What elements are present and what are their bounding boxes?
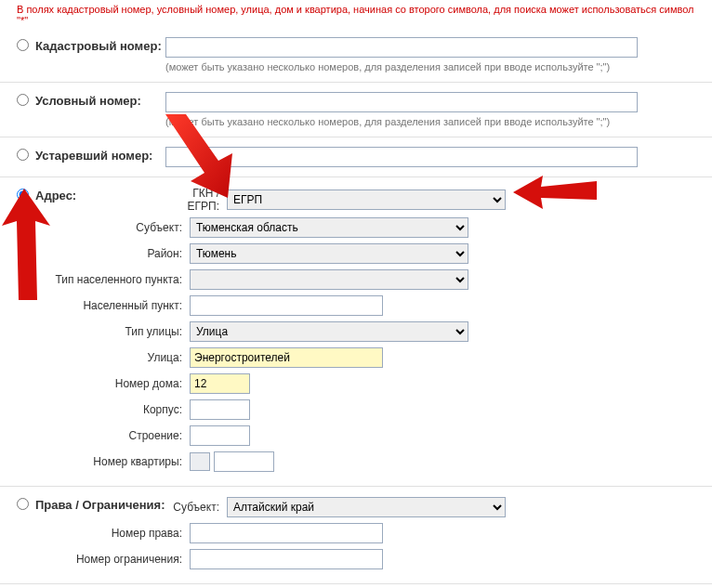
label-limit-num: Номер ограничения: <box>35 553 190 566</box>
select-rights-subject[interactable]: Алтайский край <box>227 497 506 517</box>
select-district[interactable]: Тюмень <box>190 243 468 264</box>
radio-obsolete[interactable] <box>17 149 29 161</box>
input-cadastral[interactable] <box>165 37 638 58</box>
section-address: Адрес: ГКН / ЕГРП: ЕГРП Субъект: Тюменск… <box>0 176 712 486</box>
label-building: Строение: <box>35 429 190 442</box>
apartment-prefix-box <box>190 452 210 471</box>
wildcard-note: В полях кадастровый номер, условный номе… <box>0 0 712 28</box>
radio-rights[interactable] <box>17 498 29 510</box>
label-gkn: ГКН / ЕГРП: <box>165 187 227 213</box>
input-obsolete[interactable] <box>165 147 638 167</box>
section-cadastral: Кадастровый номер: (может быть указано н… <box>0 28 712 82</box>
input-house[interactable] <box>190 373 250 394</box>
input-conditional[interactable] <box>165 92 638 112</box>
label-cadastral: Кадастровый номер: <box>35 37 165 53</box>
label-conditional: Условный номер: <box>35 92 165 108</box>
select-gkn[interactable]: ЕГРП <box>227 189 506 210</box>
label-subject: Субъект: <box>35 221 190 234</box>
section-rights: Права / Ограничения: Субъект: Алтайский … <box>0 486 712 583</box>
label-address: Адрес: <box>35 187 165 203</box>
label-settle-type: Тип населенного пункта: <box>35 273 190 286</box>
label-right-num: Номер права: <box>35 527 190 540</box>
radio-cadastral[interactable] <box>17 39 29 51</box>
footer: Сформировать запрос » <box>0 583 712 588</box>
input-settle[interactable] <box>190 295 383 316</box>
label-rights-subject: Субъект: <box>165 501 227 514</box>
label-obsolete: Устаревший номер: <box>35 147 165 163</box>
section-conditional: Условный номер: (может быть указано неск… <box>0 82 712 137</box>
label-street: Улица: <box>35 351 190 364</box>
input-apartment[interactable] <box>214 451 274 472</box>
select-settle-type[interactable] <box>190 269 468 290</box>
label-apartment: Номер квартиры: <box>35 455 190 468</box>
label-district: Район: <box>35 247 190 260</box>
hint-cadastral: (может быть указано несколько номеров, д… <box>165 58 703 72</box>
select-street-type[interactable]: Улица <box>190 321 468 342</box>
label-korpus: Корпус: <box>35 403 190 416</box>
label-settle: Населенный пункт: <box>35 299 190 312</box>
select-subject[interactable]: Тюменская область <box>190 217 468 238</box>
input-building[interactable] <box>190 425 250 446</box>
radio-address[interactable] <box>17 189 29 201</box>
label-rights: Права / Ограничения: <box>35 496 165 512</box>
input-limit-num[interactable] <box>190 549 383 569</box>
input-korpus[interactable] <box>190 399 250 420</box>
input-street[interactable] <box>190 347 383 368</box>
radio-conditional[interactable] <box>17 94 29 106</box>
label-house: Номер дома: <box>35 377 190 390</box>
input-right-num[interactable] <box>190 523 383 543</box>
section-obsolete: Устаревший номер: <box>0 137 712 176</box>
label-street-type: Тип улицы: <box>35 325 190 338</box>
hint-conditional: (может быть указано несколько номеров, д… <box>165 112 703 127</box>
